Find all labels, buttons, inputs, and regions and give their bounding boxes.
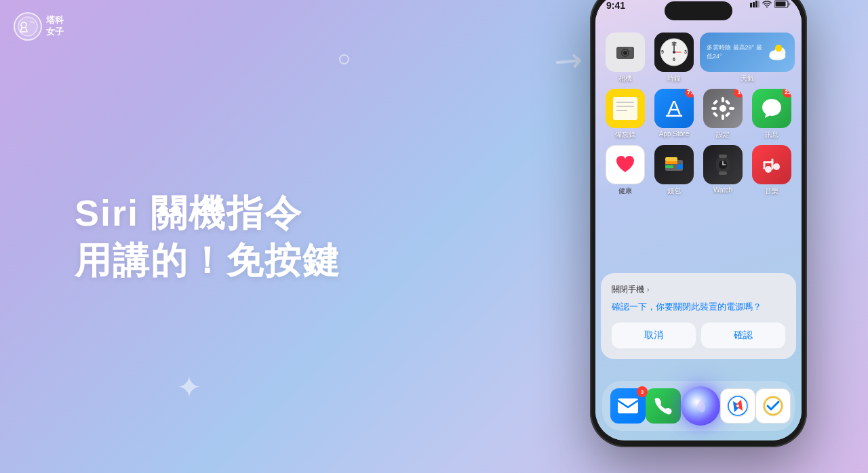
svg-rect-54: [719, 155, 727, 158]
camera-label: 相機: [618, 74, 632, 83]
dialog-confirm-button[interactable]: 確認: [701, 323, 785, 348]
app-grid: 相機 12 6 9 3: [595, 27, 802, 201]
dialog-chevron: ›: [647, 286, 649, 293]
svg-rect-41: [722, 97, 724, 102]
music-icon: [752, 145, 791, 184]
dock-reminders[interactable]: [755, 388, 791, 424]
svg-text:3: 3: [684, 49, 687, 54]
svg-rect-6: [753, 2, 755, 7]
deco-circle-1: [339, 54, 349, 64]
svg-rect-11: [776, 2, 786, 7]
settings-badge: 1: [734, 89, 743, 98]
app-messages[interactable]: 22 訊息: [749, 89, 795, 140]
dock-phone[interactable]: [646, 388, 681, 424]
weather-label: 天氣: [741, 74, 754, 83]
svg-point-60: [765, 166, 772, 173]
svg-point-30: [770, 52, 786, 60]
app-health[interactable]: 健康: [602, 145, 648, 196]
dialog-question: 確認一下，你要關閉此裝置的電源嗎？: [612, 301, 785, 313]
watch-label: Watch: [713, 186, 732, 194]
headline-line1: Siri 關機指令: [75, 189, 340, 236]
svg-point-17: [623, 51, 627, 55]
dock-mail[interactable]: 3: [610, 388, 646, 424]
svg-rect-55: [719, 171, 727, 175]
status-bar: 9:41: [595, 0, 802, 23]
app-wallet[interactable]: 錢包: [651, 145, 697, 196]
svg-point-18: [629, 47, 631, 50]
phone-body: 9:41: [590, 0, 807, 447]
svg-rect-51: [665, 161, 677, 164]
camera-icon: [606, 33, 645, 72]
svg-point-31: [775, 45, 782, 52]
app-appstore[interactable]: 77 A App Store: [651, 89, 697, 140]
wallet-label: 錢包: [667, 186, 681, 196]
siri-orb: [681, 386, 720, 426]
svg-point-73: [736, 405, 739, 407]
dialog-title: 關閉手機: [612, 284, 644, 295]
status-icons: [750, 0, 791, 8]
svg-rect-64: [764, 161, 774, 163]
weather-condition: 多雲時陰 最高28° 最低24°: [707, 43, 767, 61]
dialog-buttons: 取消 確認: [612, 323, 785, 348]
dialog-cancel-button[interactable]: 取消: [612, 323, 696, 348]
headline: Siri 關機指令 用講的！免按鍵: [75, 189, 340, 284]
dock-safari[interactable]: [720, 388, 755, 424]
app-notes[interactable]: 備忘錄: [602, 89, 648, 140]
mail-badge: 3: [637, 386, 648, 397]
health-icon: [606, 145, 645, 184]
svg-point-9: [766, 7, 768, 8]
appstore-badge: 77: [685, 89, 694, 98]
svg-point-53: [677, 164, 683, 169]
clock-icon: 12 6 9 3: [654, 33, 694, 72]
phone-screen: 9:41: [595, 0, 802, 440]
svg-rect-47: [725, 100, 730, 105]
svg-rect-62: [772, 159, 774, 169]
logo-text: 塔科 女子: [46, 15, 64, 38]
svg-point-61: [773, 163, 780, 170]
app-music[interactable]: 音樂: [749, 145, 795, 196]
svg-rect-65: [618, 398, 638, 413]
svg-rect-46: [725, 112, 730, 117]
svg-rect-52: [665, 165, 673, 168]
phone-mockup: 9:41: [583, 0, 814, 473]
status-time: 9:41: [606, 0, 625, 11]
app-camera[interactable]: 相機: [602, 33, 648, 83]
app-settings[interactable]: 1: [700, 89, 746, 140]
app-weather[interactable]: 多雲時陰 最高28° 最低24° 天氣: [700, 33, 795, 83]
app-clock[interactable]: 12 6 9 3 時鐘: [651, 33, 697, 83]
logo-icon: [14, 12, 42, 41]
appstore-label: App Store: [659, 130, 689, 138]
dock: 3: [602, 381, 795, 431]
messages-badge: 22: [783, 89, 791, 98]
appstore-icon: 77 A: [654, 89, 694, 128]
dock-siri[interactable]: [681, 386, 720, 426]
health-label: 健康: [618, 186, 632, 196]
svg-point-27: [673, 51, 675, 54]
dialog-header: 關閉手機 ›: [612, 284, 785, 295]
svg-rect-43: [711, 107, 717, 110]
svg-text:9: 9: [661, 49, 664, 54]
svg-point-40: [719, 105, 726, 112]
messages-label: 訊息: [765, 130, 778, 140]
deco-star-1: ✦: [176, 369, 202, 405]
svg-text:6: 6: [673, 57, 675, 62]
settings-label: 設定: [716, 130, 730, 140]
svg-rect-5: [750, 3, 752, 7]
svg-rect-12: [789, 3, 791, 5]
svg-rect-8: [758, 1, 760, 7]
app-watch[interactable]: Watch: [700, 145, 746, 196]
svg-rect-48: [713, 112, 718, 117]
wallet-icon: [654, 145, 694, 184]
settings-icon: 1: [703, 89, 743, 128]
clock-label: 時鐘: [667, 74, 681, 83]
notes-label: 備忘錄: [615, 130, 635, 140]
logo: 塔科 女子: [14, 12, 64, 41]
headline-line2: 用講的！免按鍵: [75, 236, 340, 284]
watch-icon: [703, 145, 743, 184]
music-label: 音樂: [765, 186, 778, 196]
messages-icon: 22: [752, 89, 791, 128]
notes-icon: [606, 89, 645, 128]
svg-rect-45: [713, 100, 718, 105]
svg-rect-33: [613, 97, 637, 120]
svg-rect-42: [722, 115, 724, 120]
